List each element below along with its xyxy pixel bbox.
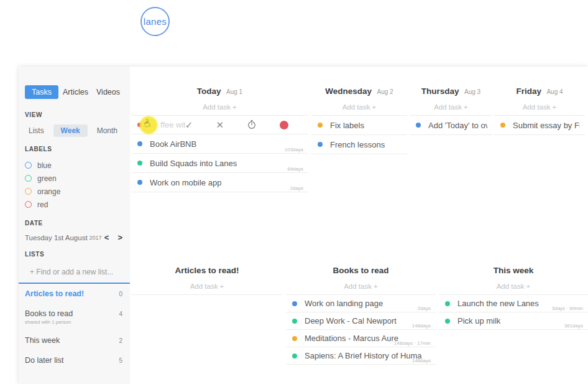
blue-label-ring-icon — [25, 162, 32, 169]
add-task-wednesday[interactable]: Add task + — [311, 99, 407, 115]
sidebar-list-this-week[interactable]: This week 2 — [19, 330, 130, 350]
editing-task-text[interactable]: ffee with J — [160, 120, 185, 129]
sidebar: Tasks Articles Videos VIEW Lists Week Mo… — [19, 67, 130, 384]
task-row[interactable]: Pick up milk 361days — [439, 312, 588, 330]
day-date: Aug 1 — [226, 88, 242, 95]
sidebar-list-books-to-read[interactable]: Books to read shared with 1 person 4 — [19, 304, 130, 330]
app-window: Tasks Articles Videos VIEW Lists Week Mo… — [19, 67, 588, 384]
add-task-thursday[interactable]: Add task + — [410, 99, 492, 115]
orange-label-ring-icon — [25, 188, 32, 195]
task-title: Deep Work - Cal Newport — [305, 316, 397, 325]
current-date: Tuesday 1st August — [25, 234, 88, 241]
week-board: Today Aug 1 Add task + ☝ ffee with J ✓ — [130, 67, 588, 384]
task-label-dot-icon — [500, 123, 505, 128]
label-filter-red[interactable]: red — [19, 198, 130, 211]
tab-articles[interactable]: Articles — [59, 85, 92, 99]
column-header: Wednesday Aug 2 — [311, 85, 407, 99]
task-row[interactable]: Launch the new Lanes 3days · 60min — [439, 295, 588, 312]
task-row[interactable]: French lessons — [311, 135, 407, 154]
task-row[interactable]: Sapiens: A Brief History of Huma 148days — [286, 347, 436, 365]
find-list-input[interactable] — [19, 268, 130, 276]
add-task-today[interactable]: Add task + — [131, 99, 308, 115]
day-name: Wednesday — [325, 87, 372, 96]
label-filter-green-text: green — [37, 174, 57, 183]
label-filter-green[interactable]: green — [19, 172, 130, 185]
task-duration: 2days — [418, 306, 431, 311]
task-list: Add 'Today' to overvie — [410, 115, 492, 135]
column-header: Friday Aug 4 — [494, 85, 585, 99]
prev-day-chevron-icon[interactable]: < — [104, 233, 109, 242]
add-task-this-week[interactable]: Add task + — [439, 278, 588, 294]
column-thursday: Thursday Aug 3 Add task + Add 'Today' to… — [410, 85, 492, 135]
task-duration: 148days — [412, 358, 431, 363]
task-row[interactable]: Book AirBNB 103days — [131, 134, 308, 154]
cancel-x-icon[interactable]: ✕ — [216, 120, 224, 129]
editing-actions: ✓ ✕ — [185, 119, 288, 131]
column-articles-to-read: Articles to read! Add task + — [131, 265, 283, 295]
task-row[interactable]: Add 'Today' to overvie — [410, 116, 492, 135]
sidebar-tabs: Tasks Articles Videos — [19, 85, 130, 99]
column-friday: Friday Aug 4 Add task + Submit essay by … — [494, 85, 585, 135]
task-label-dot-icon — [318, 142, 323, 147]
list-count: 4 — [119, 311, 122, 317]
day-name: Thursday — [421, 87, 459, 96]
list-name: Do later list — [25, 356, 64, 365]
task-row[interactable]: Build Squads into Lanes 84days — [131, 154, 308, 173]
list-count: 2 — [119, 337, 122, 344]
label-filter-red-text: red — [37, 200, 48, 209]
task-title: Work on mobile app — [150, 178, 221, 187]
day-date: Aug 4 — [546, 88, 563, 95]
task-duration: 148days · 17min — [394, 340, 431, 346]
column-wednesday: Wednesday Aug 2 Add task + Fix labels Fr… — [311, 85, 407, 154]
red-label-swatch-icon[interactable] — [280, 121, 288, 129]
task-duration: 148days — [412, 323, 431, 329]
view-option-week[interactable]: Week — [53, 124, 88, 137]
list-title: Books to read — [333, 266, 388, 275]
task-label-dot-icon — [445, 301, 450, 306]
task-row[interactable]: Work on mobile app 2days — [131, 173, 308, 192]
tab-videos[interactable]: Videos — [93, 85, 124, 99]
day-date: Aug 3 — [464, 88, 480, 95]
add-task-books[interactable]: Add task + — [286, 278, 436, 294]
confirm-check-icon[interactable]: ✓ — [185, 120, 193, 129]
next-day-chevron-icon[interactable]: > — [117, 233, 122, 242]
view-option-month[interactable]: Month — [93, 124, 121, 137]
label-filter-blue[interactable]: blue — [19, 159, 130, 172]
task-row[interactable]: Meditations - Marcus Aure 148days · 17mi… — [286, 330, 436, 347]
sidebar-list-do-later[interactable]: Do later list 5 — [19, 350, 130, 370]
find-list-wrap — [19, 264, 130, 284]
list-count: 0 — [119, 291, 122, 297]
task-row[interactable]: Deep Work - Cal Newport 148days — [286, 312, 436, 330]
label-filter-orange[interactable]: orange — [19, 185, 130, 198]
task-list: Launch the new Lanes 3days · 60min Pick … — [439, 294, 588, 330]
task-editing-row[interactable]: ☝ ffee with J ✓ ✕ — [131, 116, 308, 134]
task-label-dot-icon — [292, 319, 297, 324]
task-list — [131, 294, 283, 295]
task-label-dot-icon — [292, 354, 297, 358]
timer-icon[interactable] — [247, 119, 257, 131]
task-row[interactable]: Fix labels — [311, 116, 407, 135]
task-duration: 3days · 60min — [552, 306, 583, 311]
add-task-articles[interactable]: Add task + — [131, 278, 283, 294]
task-label-dot-icon — [416, 123, 421, 128]
day-name: Today — [197, 87, 221, 96]
sidebar-list-articles-to-read[interactable]: Articles to read! 0 — [19, 284, 130, 304]
task-row[interactable]: Submit essay by Frida — [494, 116, 585, 135]
task-label-dot-icon — [137, 161, 142, 166]
view-option-lists[interactable]: Lists — [25, 124, 48, 137]
task-label-dot-icon — [292, 301, 297, 306]
add-task-friday[interactable]: Add task + — [494, 99, 585, 115]
task-label-dot-icon — [292, 336, 297, 341]
date-heading: DATE — [19, 220, 130, 227]
list-name: Articles to read! — [25, 289, 84, 298]
column-books-to-read: Books to read Add task + Work on landing… — [286, 265, 436, 365]
label-filter-orange-text: orange — [37, 187, 60, 196]
task-title: Work on landing page — [305, 299, 383, 308]
tab-tasks[interactable]: Tasks — [25, 85, 58, 99]
red-label-ring-icon — [25, 201, 32, 208]
column-header: Articles to read! — [131, 265, 283, 278]
list-name: Books to read — [25, 309, 73, 318]
task-label-dot-icon — [318, 123, 323, 128]
current-year: 2017 — [90, 235, 102, 241]
task-row[interactable]: Work on landing page 2days — [286, 295, 436, 312]
